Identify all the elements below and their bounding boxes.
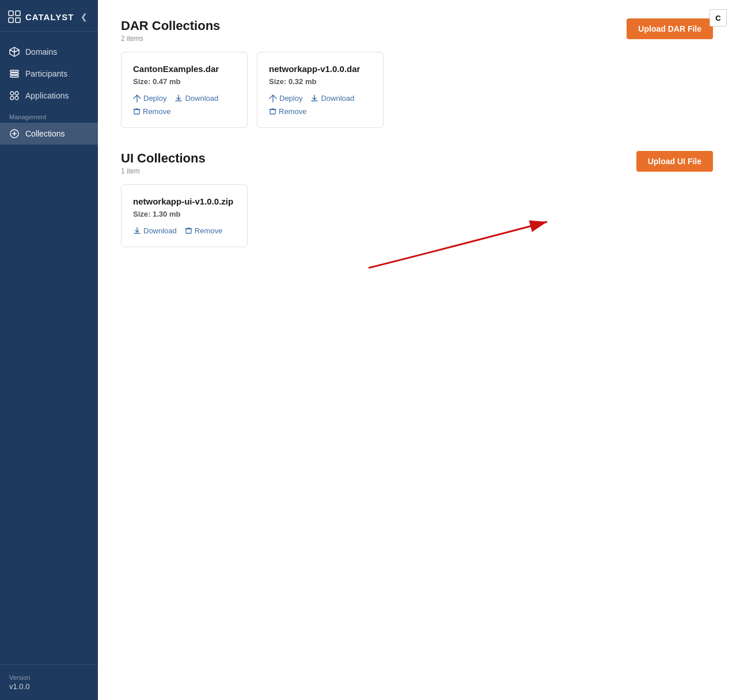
upload-ui-button[interactable]: Upload UI File [636,151,713,172]
logo-icon [8,10,21,23]
sidebar-footer: Version v1.0.0 [0,664,98,700]
svg-rect-12 [134,109,139,114]
logo-area: CATALYST [8,10,74,23]
dar-card-0: CantonExamples.dar Size: 0.47 mb Deploy [121,52,248,128]
sidebar-nav: Domains Participants [0,32,98,664]
ui-card-0: networkapp-ui-v1.0.0.zip Size: 1.30 mb D… [121,184,248,247]
trash-icon [269,108,276,115]
dar-card-0-actions: Deploy Download [133,94,236,103]
ui-section-header: UI Collections 1 item Upload UI File [121,151,713,175]
svg-point-10 [15,96,18,100]
sidebar-item-participants[interactable]: Participants [0,63,98,85]
ui-card-0-size-label: Size: [133,210,150,218]
download-icon [174,94,183,103]
main-content: C DAR Collections 2 items Upload DAR Fil… [98,0,736,700]
ui-cards-grid: networkapp-ui-v1.0.0.zip Size: 1.30 mb D… [121,184,713,247]
ui-card-0-filename: networkapp-ui-v1.0.0.zip [133,196,236,206]
dar-card-1-size-label: Size: [269,77,286,86]
sidebar: CATALYST ❮ Domains Participa [0,0,98,700]
svg-rect-13 [270,109,275,114]
ui-card-0-size-value: 1.30 mb [153,210,180,218]
ui-card-0-download-button[interactable]: Download [133,226,177,235]
svg-rect-4 [10,70,18,72]
sidebar-item-applications-label: Applications [25,91,69,100]
ui-title-area: UI Collections 1 item [121,151,206,175]
trash-icon [185,227,192,234]
grid-icon [9,90,20,101]
svg-rect-3 [16,18,20,22]
dar-title-area: DAR Collections 2 items [121,18,220,43]
dar-card-1-filename: networkapp-v1.0.0.dar [269,64,371,74]
dar-card-1-remove-area: Remove [269,107,371,116]
sidebar-item-applications[interactable]: Applications [0,85,98,107]
download-icon [310,94,318,103]
ui-card-0-size: Size: 1.30 mb [133,210,236,218]
dar-section-header: DAR Collections 2 items Upload DAR File [121,18,713,43]
svg-point-7 [10,92,14,95]
sidebar-item-collections[interactable]: Collections [0,123,98,145]
deploy-icon [133,94,141,103]
version-label: Version [9,674,89,681]
svg-rect-0 [9,11,13,16]
dar-card-1-size-value: 0.32 mb [289,77,316,86]
svg-rect-2 [9,18,13,22]
ui-card-0-remove-button[interactable]: Remove [185,226,222,235]
dar-card-1-download-button[interactable]: Download [310,94,354,103]
deploy-icon [269,94,277,103]
dar-card-0-size-value: 0.47 mb [153,77,180,86]
layers-icon [9,69,20,79]
upload-dar-button[interactable]: Upload DAR File [627,18,713,39]
svg-rect-6 [10,75,18,77]
download-icon [133,227,141,235]
ui-card-0-actions: Download Remove [133,226,236,235]
dar-card-0-remove-area: Remove [133,107,236,116]
ui-section-count: 1 item [121,167,206,175]
dar-card-0-deploy-button[interactable]: Deploy [133,94,166,103]
dar-collections-section: DAR Collections 2 items Upload DAR File … [121,18,713,128]
svg-rect-14 [186,229,191,233]
collapse-button[interactable]: ❮ [78,11,90,22]
dar-card-0-filename: CantonExamples.dar [133,64,236,74]
ui-collections-section: UI Collections 1 item Upload UI File net… [121,151,713,247]
plus-icon [9,128,20,139]
dar-cards-grid: CantonExamples.dar Size: 0.47 mb Deploy [121,52,713,128]
trash-icon [133,108,141,115]
sidebar-item-domains[interactable]: Domains [0,41,98,63]
dar-card-0-remove-button[interactable]: Remove [133,107,170,116]
management-section-label: Management [0,107,98,123]
dar-card-1-size: Size: 0.32 mb [269,77,371,86]
dar-card-0-download-button[interactable]: Download [174,94,218,103]
dar-card-1-actions: Deploy Download [269,94,371,103]
dar-card-0-size: Size: 0.47 mb [133,77,236,86]
svg-point-8 [15,92,18,95]
top-right-c-button[interactable]: C [710,9,727,27]
logo-text: CATALYST [25,12,74,22]
svg-point-9 [10,96,14,100]
dar-card-1: networkapp-v1.0.0.dar Size: 0.32 mb Depl… [257,52,384,128]
dar-card-1-remove-button[interactable]: Remove [269,107,306,116]
dar-card-1-deploy-button[interactable]: Deploy [269,94,302,103]
sidebar-item-collections-label: Collections [25,129,65,138]
ui-section-title: UI Collections [121,151,206,166]
dar-section-title: DAR Collections [121,18,220,33]
svg-rect-1 [16,11,20,16]
sidebar-item-participants-label: Participants [25,69,67,78]
svg-rect-5 [10,73,18,75]
version-number: v1.0.0 [9,682,89,691]
cube-icon [9,47,20,57]
sidebar-item-domains-label: Domains [25,47,57,56]
sidebar-header: CATALYST ❮ [0,0,98,32]
dar-card-0-size-label: Size: [133,77,150,86]
dar-section-count: 2 items [121,35,220,43]
